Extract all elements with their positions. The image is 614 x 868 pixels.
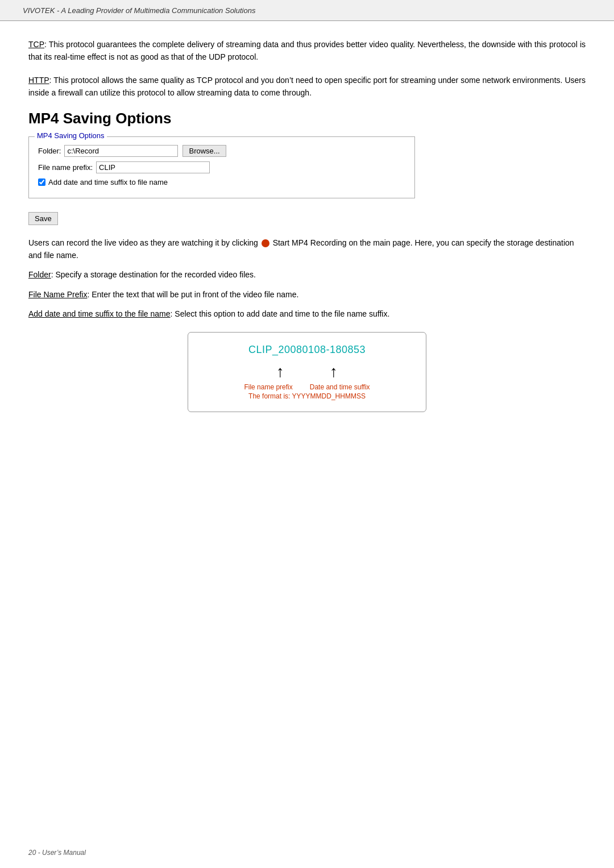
datetime-desc-paragraph: Add date and time suffix to the file nam… (28, 308, 586, 320)
file-prefix-label: File name prefix: (38, 163, 93, 172)
datetime-desc-text: : Select this option to add date and tim… (171, 309, 390, 318)
folder-input[interactable] (64, 145, 178, 157)
checkbox-row: Add date and time suffix to file name (38, 178, 405, 186)
arrows-row: ↑ ↑ (205, 364, 409, 380)
fileprefix-desc-text: : Enter the text that will be put in fro… (87, 290, 298, 299)
diagram-format: The format is: YYYYMMDD_HHMMSS (205, 392, 409, 400)
intro-paragraph: Users can record the live video as they … (28, 236, 586, 262)
label-right-text: Date and time suffix (310, 383, 370, 391)
folder-desc-paragraph: Folder: Specify a storage destination fo… (28, 268, 586, 281)
datetime-checkbox[interactable] (38, 178, 45, 186)
red-dot-icon (262, 239, 269, 247)
save-button[interactable]: Save (28, 212, 58, 225)
options-box: MP4 Saving Options Folder: Browse... Fil… (28, 136, 415, 198)
http-text: : This protocol allows the same quality … (28, 76, 586, 97)
diagram-box: CLIP_20080108-180853 ↑ ↑ File name prefi… (188, 332, 426, 412)
main-content: TCP: This protocol guarantees the comple… (0, 21, 614, 446)
file-prefix-row: File name prefix: (38, 161, 405, 173)
options-box-title: MP4 Saving Options (35, 131, 107, 140)
footer-text: 20 - User’s Manual (28, 849, 86, 857)
tcp-label: TCP (28, 40, 44, 49)
checkbox-label: Add date and time suffix to file name (48, 178, 168, 186)
folder-desc-label: Folder (28, 270, 51, 279)
diagram-filename: CLIP_20080108-180853 (205, 344, 409, 356)
header-text: VIVOTEK - A Leading Provider of Multimed… (23, 6, 255, 15)
page-footer: 20 - User’s Manual (28, 849, 86, 857)
label-left-text: File name prefix (244, 383, 292, 391)
datetime-desc-label: Add date and time suffix to the file nam… (28, 309, 171, 318)
browse-button[interactable]: Browse... (182, 145, 226, 157)
description-section: Users can record the live video as they … (28, 236, 586, 321)
folder-label: Folder: (38, 147, 61, 155)
tcp-text: : This protocol guarantees the complete … (28, 40, 586, 61)
page-header: VIVOTEK - A Leading Provider of Multimed… (0, 0, 614, 21)
right-arrow-icon: ↑ (330, 364, 338, 380)
fileprefix-desc-label: File Name Prefix (28, 290, 87, 299)
http-label: HTTP (28, 76, 49, 85)
folder-row: Folder: Browse... (38, 145, 405, 157)
folder-desc-text: : Specify a storage destination for the … (51, 270, 256, 279)
diagram-labels-row: File name prefix Date and time suffix (205, 383, 409, 391)
tcp-paragraph: TCP: This protocol guarantees the comple… (28, 38, 586, 64)
intro-text: Users can record the live video as they … (28, 238, 258, 247)
file-prefix-input[interactable] (96, 161, 210, 173)
left-arrow-icon: ↑ (276, 364, 284, 380)
section-heading: MP4 Saving Options (28, 110, 586, 127)
http-paragraph: HTTP: This protocol allows the same qual… (28, 74, 586, 99)
fileprefix-desc-paragraph: File Name Prefix: Enter the text that wi… (28, 288, 586, 301)
diagram-label-right: Date and time suffix (310, 383, 370, 391)
diagram-label-left: File name prefix (244, 383, 292, 391)
